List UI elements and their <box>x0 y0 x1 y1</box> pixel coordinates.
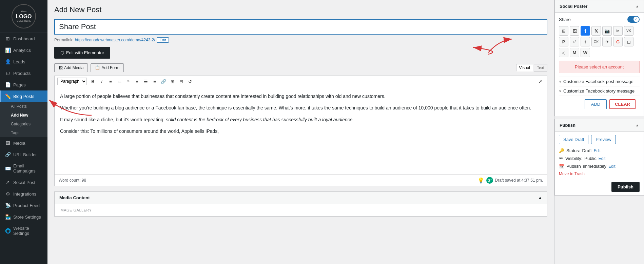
share-toggle[interactable]: ✓ <box>627 16 640 23</box>
social-icon-telegram[interactable]: ✈ <box>602 37 612 46</box>
bold-button[interactable]: B <box>89 78 97 85</box>
eye-icon: 👁 <box>559 156 563 161</box>
save-draft-button[interactable]: Save Draft <box>559 135 588 144</box>
social-icon-google[interactable]: G <box>613 37 623 46</box>
visibility-edit-link[interactable]: Edit <box>599 156 606 161</box>
status-edit-link[interactable]: Edit <box>594 148 601 153</box>
editor-content[interactable]: A large portion of people believes that … <box>54 87 547 175</box>
sidebar-item-leads[interactable]: 👤 Leads <box>0 56 47 67</box>
right-panel: Social Poster ▲ Share ✓ ⊞ 🖼 f 𝕏 <box>554 0 644 264</box>
social-icon-medium[interactable]: M <box>570 48 579 57</box>
media-content-header[interactable]: Media Content ▲ <box>55 192 547 204</box>
link-button[interactable]: 🔗 <box>159 78 168 85</box>
blog-posts-icon: ✏️ <box>5 94 11 99</box>
social-icon-send[interactable]: ◁ <box>559 48 568 57</box>
sidebar-item-products[interactable]: 🏷 Products <box>0 67 47 79</box>
table-button[interactable]: ⊟ <box>177 78 185 85</box>
sidebar-item-product-feed[interactable]: 📡 Product Feed <box>0 200 47 211</box>
social-icon-tumblr[interactable]: t <box>581 37 590 46</box>
url-builder-icon: 🔗 <box>5 152 11 157</box>
publish-button[interactable]: Publish <box>611 182 640 192</box>
products-icon: 🏷 <box>5 70 11 76</box>
social-icon-image[interactable]: 🖼 <box>570 26 579 36</box>
product-feed-icon: 📡 <box>5 203 11 208</box>
align-right-button[interactable]: ≡ <box>151 78 159 85</box>
publish-label: Publish <box>566 164 581 169</box>
customize-fb-story-label: Customize Facebook story message <box>563 88 635 94</box>
integrations-icon: ⚙ <box>5 191 11 197</box>
media-content-title: Media Content <box>59 195 90 200</box>
visibility-row: 👁 Visibility: Public Edit <box>559 156 640 161</box>
social-icon-twitter[interactable]: 𝕏 <box>591 26 601 36</box>
edit-with-elementor-button[interactable]: ⬡ Edit with Elementor <box>54 47 110 59</box>
social-icon-reddit[interactable]: r/ <box>570 37 579 46</box>
social-icon-linkedin[interactable]: in <box>613 26 623 36</box>
sidebar-item-store-settings[interactable]: 🏪 Store Settings <box>0 211 47 223</box>
permalink-edit-button[interactable]: Edit <box>157 37 169 43</box>
blockquote-button[interactable]: ❝ <box>124 78 132 85</box>
sidebar-item-label: Pages <box>13 82 26 87</box>
insert-button[interactable]: ⊞ <box>168 78 176 85</box>
social-icon-instagram[interactable]: 📷 <box>602 26 612 36</box>
expand-button[interactable]: ⤢ <box>536 78 544 85</box>
sidebar-item-label: Website Settings <box>13 226 43 236</box>
customize-fb-story-item[interactable]: ∨ Customize Facebook story message <box>559 86 640 96</box>
sidebar-item-social-post[interactable]: ↗ Social Post <box>0 177 47 188</box>
align-center-button[interactable]: ☰ <box>142 78 150 85</box>
trash-row: Move to Trash <box>559 171 640 176</box>
draft-saved-text: Draft saved at 4:37:51 pm. <box>495 178 543 183</box>
sidebar-item-dashboard[interactable]: ⊞ Dashboard <box>0 33 47 44</box>
tab-text[interactable]: Text <box>534 64 547 72</box>
social-icons-grid: ⊞ 🖼 f 𝕏 📷 in VK P r/ t OK ✈ G ◻ <box>559 26 640 57</box>
content-para-1: A large portion of people believes that … <box>60 93 542 100</box>
elementor-btn-label: Edit with Elementor <box>66 50 104 55</box>
social-icon-ok[interactable]: OK <box>591 37 601 46</box>
add-media-label: Add Media <box>64 65 83 70</box>
sidebar-sub-tags[interactable]: Tags <box>0 128 47 137</box>
undo-button[interactable]: ↺ <box>186 78 194 85</box>
post-title-input[interactable] <box>54 19 547 35</box>
social-icon-wordpress[interactable]: W <box>581 48 590 57</box>
permalink-link[interactable]: https://canadawebmaster.com/demo/4243-2/ <box>75 38 155 42</box>
list-unordered-button[interactable]: ≡ <box>106 78 115 85</box>
add-media-button[interactable]: 🖼 Add Media <box>54 63 88 72</box>
sidebar-item-email-campaigns[interactable]: ✉️ Email Campaigns <box>0 160 47 177</box>
italic-button[interactable]: I <box>98 78 106 85</box>
sidebar-item-integrations[interactable]: ⚙ Integrations <box>0 188 47 200</box>
clear-button[interactable]: CLEAR <box>609 99 636 109</box>
social-poster-chevron: ▲ <box>636 4 639 8</box>
move-to-trash-link[interactable]: Move to Trash <box>559 171 640 176</box>
social-icon-vk[interactable]: VK <box>624 26 633 36</box>
tab-visual[interactable]: Visual <box>516 64 533 72</box>
sidebar-sub-all-posts[interactable]: All Posts <box>0 102 47 111</box>
social-icon-pinterest[interactable]: P <box>559 37 568 46</box>
social-icon-box1[interactable]: ◻ <box>624 37 633 46</box>
align-left-button[interactable]: ≡ <box>133 78 141 85</box>
add-form-button[interactable]: 📋 Add Form <box>91 63 124 72</box>
social-icon-grid[interactable]: ⊞ <box>559 26 568 36</box>
list-ordered-button[interactable]: ≔ <box>115 78 123 85</box>
social-poster-header[interactable]: Social Poster ▲ <box>555 0 644 13</box>
pages-icon: 📄 <box>5 82 11 87</box>
sidebar-item-media[interactable]: 🖼 Media <box>0 137 47 149</box>
social-post-icon: ↗ <box>5 180 11 185</box>
publish-panel-header[interactable]: Publish ▲ <box>555 119 644 131</box>
sidebar-item-pages[interactable]: 📄 Pages <box>0 79 47 90</box>
editor-footer: Word count: 98 💡 G² Draft saved at 4:37:… <box>54 175 547 186</box>
sidebar-item-label: Media <box>13 141 25 146</box>
social-icon-facebook[interactable]: f <box>581 26 590 36</box>
sidebar-item-blog-posts[interactable]: ✏️ Blog Posts <box>0 90 47 102</box>
sidebar-item-url-builder[interactable]: 🔗 URL Builder <box>0 149 47 160</box>
customize-fb-post-item[interactable]: ∨ Customize Facebook post message <box>559 77 640 86</box>
account-select-placeholder[interactable]: Please select an account <box>559 61 640 73</box>
publish-edit-link[interactable]: Edit <box>608 164 616 169</box>
sidebar-item-analytics[interactable]: 📊 Analytics <box>0 44 47 56</box>
collapse-icon: ▲ <box>538 195 542 200</box>
add-button[interactable]: ADD <box>585 99 607 109</box>
sidebar-item-website-settings[interactable]: 🌐 Website Settings <box>0 223 47 239</box>
blog-posts-submenu: All Posts Add New Categories Tags <box>0 102 47 137</box>
format-select[interactable]: Paragraph <box>57 78 87 85</box>
sidebar-sub-categories[interactable]: Categories <box>0 120 47 128</box>
sidebar-sub-add-new[interactable]: Add New <box>0 111 47 120</box>
preview-button[interactable]: Preview <box>591 135 616 144</box>
